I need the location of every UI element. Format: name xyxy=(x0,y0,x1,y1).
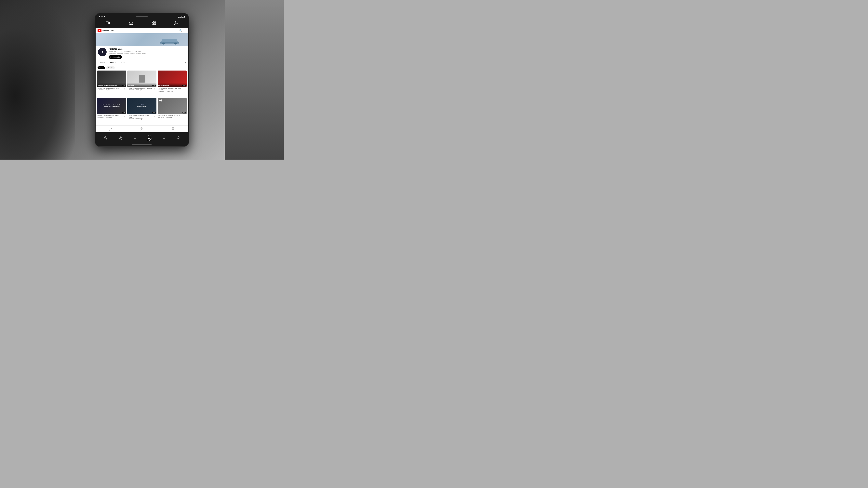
youtube-header: Polestar Cars 🔍 ⋮ xyxy=(96,28,188,33)
video-card-6[interactable]: 03 5:16 Polestar Precept: From Concept t… xyxy=(158,98,187,124)
yt-nav-explore[interactable]: ◎ Explore xyxy=(140,127,144,131)
thumb-bg-5: In detailInterior safety xyxy=(127,98,156,114)
video-duration-2: 1:08 xyxy=(152,85,156,86)
video-more-1[interactable]: ⋮ xyxy=(123,88,126,90)
video-views-4: 2.1k views · 2 months ago xyxy=(97,117,123,118)
video-more-5[interactable]: ⋮ xyxy=(153,115,156,117)
channel-meta: @PolestarCars 73.7K subscribers · 94 vid… xyxy=(108,51,186,52)
yt-library-icon: ▤ xyxy=(172,127,174,130)
scroll-content: ✦ Polestar Cars @PolestarCars 73.7K subs… xyxy=(96,33,188,132)
video-duration-4: 0:45 xyxy=(122,112,126,113)
channel-tabs: HOME VIDEOS LIVE ▾ xyxy=(96,60,188,65)
video-count: 94 videos xyxy=(135,51,142,52)
svg-rect-8 xyxy=(154,23,156,25)
yt-nav-home[interactable]: ⌂ Home xyxy=(109,127,112,131)
right-vent-icon[interactable] xyxy=(176,135,180,141)
yt-explore-icon: ◎ xyxy=(141,127,143,130)
more-options-icon[interactable]: ⋮ xyxy=(184,29,186,32)
video-card-4[interactable]: Limited edition, unlimited by thePolesta… xyxy=(97,98,126,124)
video-views-6: 89k views · 3 months ago xyxy=(158,117,183,118)
video-card-5[interactable]: In detailInterior safety 0:36 Polestar 3… xyxy=(127,98,156,124)
subscribe-button[interactable]: ▶ Subscribe xyxy=(108,55,122,59)
channel-title: Polestar Cars xyxy=(108,48,186,50)
signal-icon: ▲ xyxy=(98,15,100,18)
temp-minus-button[interactable]: − xyxy=(133,136,136,141)
system-nav-bar xyxy=(95,19,189,28)
channel-banner xyxy=(96,33,188,46)
svg-marker-1 xyxy=(108,22,110,24)
video-meta-4: Polestar 2 - BST edition 230 | Polestar … xyxy=(97,115,123,118)
svg-rect-7 xyxy=(152,23,154,25)
status-left-icons: ▲ ▽ ✦ xyxy=(98,15,105,18)
tab-more-icon[interactable]: ▾ xyxy=(185,60,186,65)
youtube-logo-area: Polestar Cars xyxy=(97,29,114,32)
thumb-bg-6: 03 xyxy=(158,98,187,114)
fan-icon[interactable]: Auto xyxy=(118,135,123,142)
grid-nav-icon[interactable] xyxy=(150,19,157,27)
search-icon[interactable]: 🔍 xyxy=(179,29,182,32)
video-subtitle-2: Polestar 3 – In detail: Upholstery | Pol… xyxy=(128,88,153,89)
video-meta-2: Polestar 3 – In detail: Upholstery | Pol… xyxy=(128,88,153,91)
video-overlay-title-2: Upholstery xyxy=(127,83,156,87)
video-thumb-5: In detailInterior safety 0:36 xyxy=(127,98,156,114)
svg-rect-0 xyxy=(106,22,108,24)
tab-home[interactable]: HOME xyxy=(98,60,108,65)
home-indicator[interactable] xyxy=(132,144,152,145)
youtube-logo-icon xyxy=(97,29,101,32)
channel-handle: @PolestarCars xyxy=(108,51,119,52)
video-duration-1: 6:50 xyxy=(122,85,126,86)
yt-home-icon: ⌂ xyxy=(110,127,112,130)
svg-point-12 xyxy=(120,137,121,138)
steering-wheel-area xyxy=(0,0,75,160)
video-subtitle-3: Polestar 4 debut at Shanghai auto show |… xyxy=(158,88,183,91)
video-more-2[interactable]: ⋮ xyxy=(153,88,156,90)
video-card-1[interactable]: Candela C-8 Polestar edition 6:50 Candel… xyxy=(97,70,126,97)
video-duration-5: 0:36 xyxy=(152,112,156,113)
tab-live[interactable]: LIVE xyxy=(119,60,127,65)
video-more-4[interactable]: ⋮ xyxy=(123,115,126,117)
left-vent-icon[interactable] xyxy=(104,135,108,141)
climate-bar: Auto − Auto 22° + xyxy=(95,133,189,143)
video-info-6: Polestar Precept: From Concept to Car...… xyxy=(158,114,187,119)
filter-popular[interactable]: Popular xyxy=(106,66,115,69)
tab-videos[interactable]: VIDEOS xyxy=(108,60,119,65)
video-subtitle-4: Polestar 2 - BST edition 230 | Polestar xyxy=(97,115,123,116)
video-info-1: Candela C-8 Polestar edition | Polestar … xyxy=(97,87,126,91)
filter-latest[interactable]: Latest xyxy=(97,66,105,69)
notch xyxy=(136,16,148,17)
thumb-number-6: 03 xyxy=(159,99,162,102)
video-thumb-4: Limited edition, unlimited by thePolesta… xyxy=(97,98,126,114)
svg-point-10 xyxy=(162,42,165,44)
car-nav-icon[interactable] xyxy=(127,20,135,27)
thumb-text-5: In detailInterior safety xyxy=(137,104,146,108)
video-card-3[interactable]: Polestar 4 Debut 11:58 Polestar 4 debut … xyxy=(158,70,187,97)
thumb-text-4: Limited edition, unlimited by thePolesta… xyxy=(103,104,121,108)
video-thumb-6: 03 5:16 xyxy=(158,98,187,114)
status-bar: ▲ ▽ ✦ 10:15 xyxy=(95,13,189,19)
video-more-6[interactable]: ⋮ xyxy=(183,115,186,117)
video-duration-3: 11:58 xyxy=(182,85,186,86)
climate-mode: Auto xyxy=(148,135,151,137)
video-info-3: Polestar 4 debut at Shanghai auto show |… xyxy=(158,87,187,93)
video-card-2[interactable]: Upholstery 1:08 Polestar 3 – In detail: … xyxy=(127,70,156,97)
video-views-2: 6.8k views · 1 month ago xyxy=(128,89,153,91)
video-overlay-title-1: Candela C-8 Polestar edition xyxy=(97,83,126,87)
wifi-icon: ▽ xyxy=(101,15,103,18)
youtube-header-actions: 🔍 ⋮ xyxy=(179,29,186,32)
tablet-device: ▲ ▽ ✦ 10:15 xyxy=(95,13,189,147)
video-subtitle-1: Candela C-8 Polestar edition | Polestar xyxy=(97,88,123,89)
yt-nav-library[interactable]: ▤ Library xyxy=(171,127,175,131)
profile-nav-icon[interactable] xyxy=(173,19,180,28)
video-views-5: 5.2k views · 2 months ago xyxy=(128,118,153,120)
video-more-3[interactable]: ⋮ xyxy=(183,88,186,90)
video-thumb-1: Candela C-8 Polestar edition 6:50 xyxy=(97,70,126,87)
banner-car-svg xyxy=(157,35,182,45)
youtube-bottom-nav: ⌂ Home ◎ Explore ▤ Library xyxy=(96,126,188,132)
camera-nav-icon[interactable] xyxy=(104,20,112,27)
temp-plus-button[interactable]: + xyxy=(163,136,165,141)
video-grid: Candela C-8 Polestar edition 6:50 Candel… xyxy=(96,70,188,126)
svg-point-9 xyxy=(175,21,177,23)
subscriber-count: 73.7K subscribers xyxy=(121,51,133,52)
video-info-4: Polestar 2 - BST edition 230 | Polestar … xyxy=(97,114,126,119)
bluetooth-icon: ✦ xyxy=(104,15,105,18)
